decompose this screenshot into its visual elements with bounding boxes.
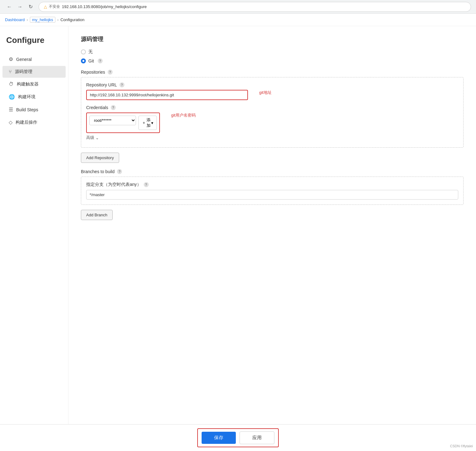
sidebar-label-triggers: 构建触发器 xyxy=(17,81,39,87)
dropdown-arrow-icon: ▾ xyxy=(151,121,153,125)
breadcrumb-current: Configuration xyxy=(60,17,84,22)
branch-spec-help-icon[interactable]: ? xyxy=(144,182,149,187)
repo-url-row: git地址 xyxy=(86,90,458,100)
sidebar-item-post[interactable]: ◇ 构建后操作 xyxy=(2,116,66,128)
radio-none-input[interactable] xyxy=(81,49,86,54)
configure-title: Configure xyxy=(0,32,68,53)
branches-box: 指定分支（为空时代表any） ? xyxy=(81,177,464,205)
branches-help-icon[interactable]: ? xyxy=(117,169,122,174)
apply-button[interactable]: 应用 xyxy=(240,431,274,444)
sidebar-label-source: 源码管理 xyxy=(15,69,32,75)
branch-spec-label: 指定分支（为空时代表any） ? xyxy=(86,182,458,187)
advanced-row[interactable]: 高级 ⌄ xyxy=(86,133,458,142)
credentials-help-icon[interactable]: ? xyxy=(111,105,116,110)
radio-none-label: 无 xyxy=(88,49,93,55)
main-layout: Configure ⚙ General ⑂ 源码管理 ⏱ 构建触发器 🌐 构建环… xyxy=(0,26,476,451)
repo-url-help-icon[interactable]: ? xyxy=(119,82,124,87)
sidebar-label-env: 构建环境 xyxy=(18,94,35,100)
forward-button[interactable]: → xyxy=(16,2,24,11)
sidebar-item-env[interactable]: 🌐 构建环境 xyxy=(2,91,66,103)
git-address-annotation: git地址 xyxy=(259,90,272,95)
browser-chrome: ← → ↻ △ 不安全 192.168.10.135:8080/job/my_h… xyxy=(0,0,476,14)
branches-label: Branches to build ? xyxy=(81,169,464,174)
not-secure-label: 不安全 xyxy=(49,4,60,9)
advanced-chevron-icon: ⌄ xyxy=(96,136,99,140)
bottom-bar: 保存 应用 xyxy=(0,424,476,451)
breadcrumb-dashboard[interactable]: Dashboard xyxy=(5,17,25,22)
save-apply-box: 保存 应用 xyxy=(197,428,279,447)
repo-url-wrapper xyxy=(86,90,248,100)
reload-button[interactable]: ↻ xyxy=(26,2,35,11)
advanced-label: 高级 xyxy=(86,135,94,140)
repo-url-input[interactable] xyxy=(86,90,248,100)
back-button[interactable]: ← xyxy=(5,2,14,11)
gear-icon: ⚙ xyxy=(9,56,13,62)
address-bar[interactable]: △ 不安全 192.168.10.135:8080/job/my_hellojk… xyxy=(39,2,471,12)
breadcrumb-sep-1: › xyxy=(27,17,28,22)
sidebar-label-general: General xyxy=(16,57,32,62)
list-icon: ☰ xyxy=(9,107,13,113)
radio-none[interactable]: 无 xyxy=(81,49,464,55)
radio-git-input[interactable] xyxy=(81,58,86,63)
repository-box: Repository URL ? git地址 Credentials ? xyxy=(81,77,464,148)
radio-git[interactable]: Git ? xyxy=(81,58,464,63)
content-area: 源码管理 无 Git ? Repositories ? xyxy=(68,26,476,451)
credentials-select[interactable]: root/****** xyxy=(89,116,136,125)
watermark: CSDN ©flytalei xyxy=(450,444,473,448)
url-text: 192.168.10.135:8080/job/my_hellojks/conf… xyxy=(62,4,147,9)
breadcrumb-sep-2: › xyxy=(57,17,58,22)
sidebar-item-source[interactable]: ⑂ 源码管理 xyxy=(2,66,66,78)
repositories-label: Repositories ? xyxy=(81,70,464,75)
plus-icon: ＋ xyxy=(142,120,146,126)
warning-icon: △ xyxy=(44,4,47,9)
add-credential-button[interactable]: ＋ 添加 ▾ xyxy=(138,116,157,130)
credentials-section: Credentials ? root/****** ＋ 添加 ▾ xyxy=(86,105,458,133)
git-section: Repositories ? Repository URL ? git地址 xyxy=(81,70,464,226)
nav-buttons[interactable]: ← → ↻ xyxy=(5,2,35,11)
breadcrumb: Dashboard › my_hellojks › Configuration xyxy=(0,14,476,26)
credentials-row-wrapper: root/****** ＋ 添加 ▾ git用户名密码 xyxy=(86,113,458,133)
add-branch-button[interactable]: Add Branch xyxy=(81,210,113,220)
add-repository-button[interactable]: Add Repository xyxy=(81,153,119,163)
git-help-icon[interactable]: ? xyxy=(98,58,103,63)
breadcrumb-job[interactable]: my_hellojks xyxy=(30,17,55,23)
sidebar-label-steps: Build Steps xyxy=(16,107,38,112)
sidebar-item-general[interactable]: ⚙ General xyxy=(2,53,66,65)
section-title: 源码管理 xyxy=(81,35,464,43)
credentials-label: Credentials ? xyxy=(86,105,458,110)
branch-icon: ⑂ xyxy=(9,69,12,75)
sidebar-label-post: 构建后操作 xyxy=(16,120,37,125)
diamond-icon: ◇ xyxy=(9,119,12,125)
branch-spec-input[interactable] xyxy=(86,190,458,200)
save-button[interactable]: 保存 xyxy=(202,432,236,444)
sidebar: Configure ⚙ General ⑂ 源码管理 ⏱ 构建触发器 🌐 构建环… xyxy=(0,26,68,451)
credentials-row: root/****** ＋ 添加 ▾ xyxy=(86,113,160,133)
add-label: 添加 xyxy=(147,117,151,128)
git-cred-annotation: git用户名密码 xyxy=(171,113,196,118)
globe-icon: 🌐 xyxy=(9,94,15,100)
sidebar-item-steps[interactable]: ☰ Build Steps xyxy=(2,104,66,116)
clock-icon: ⏱ xyxy=(9,81,14,87)
radio-git-label: Git xyxy=(88,58,94,63)
sidebar-item-triggers[interactable]: ⏱ 构建触发器 xyxy=(2,78,66,90)
repo-url-label: Repository URL ? xyxy=(86,82,458,87)
repositories-help-icon[interactable]: ? xyxy=(108,70,113,75)
scm-radio-group: 无 Git ? xyxy=(81,49,464,63)
